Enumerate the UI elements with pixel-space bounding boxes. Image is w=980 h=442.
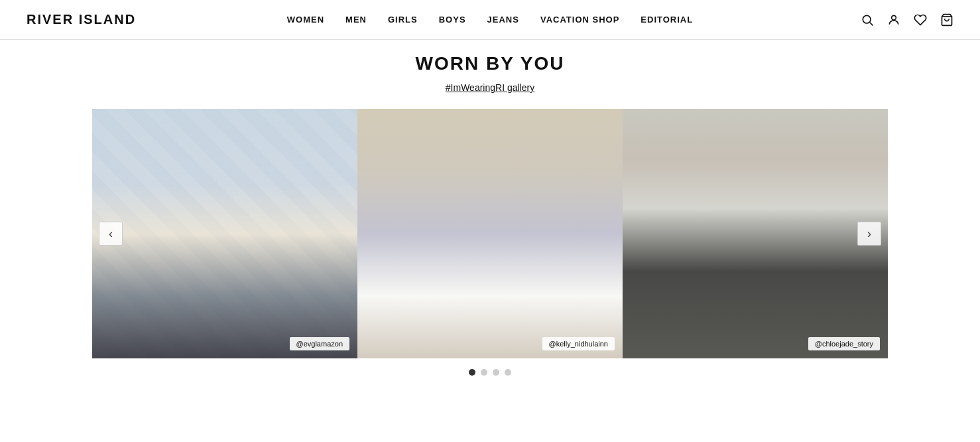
carousel-item: @chloejade_story <box>623 109 888 358</box>
carousel-dot-3[interactable] <box>493 369 499 376</box>
nav-item-women[interactable]: WOMEN <box>287 15 324 25</box>
main-nav: WOMENMENGIRLSBOYSJEANSVACATION SHOPEDITO… <box>287 15 693 25</box>
carousel-image-3 <box>623 109 888 358</box>
section-title: WORN BY YOU <box>416 53 565 74</box>
carousel-dot-4[interactable] <box>505 369 511 376</box>
carousel-item: @kelly_nidhulainn <box>357 109 623 358</box>
carousel-dot-1[interactable] <box>469 369 475 376</box>
main-content: WORN BY YOU #ImWearingRI gallery ‹ @evgl… <box>0 40 980 396</box>
nav-item-boys[interactable]: BOYS <box>439 15 466 25</box>
carousel-item: @evglamazon <box>92 109 357 358</box>
header-icons <box>861 13 953 27</box>
instagram-handle-3: @chloejade_story <box>808 337 880 350</box>
svg-line-1 <box>870 22 873 25</box>
brand-logo[interactable]: RIVER ISLAND <box>27 12 136 27</box>
nav-item-men[interactable]: MEN <box>345 15 367 25</box>
instagram-handle-2: @kelly_nidhulainn <box>542 337 615 350</box>
svg-point-2 <box>892 15 896 20</box>
gallery-link[interactable]: #ImWearingRI gallery <box>446 82 534 93</box>
search-icon[interactable] <box>861 13 874 27</box>
nav-item-editorial[interactable]: EDITORIAL <box>641 15 693 25</box>
nav-item-vacation-shop[interactable]: VACATION SHOP <box>540 15 619 25</box>
instagram-handle-1: @evglamazon <box>290 337 349 350</box>
carousel-next-button[interactable]: › <box>857 222 881 246</box>
header: RIVER ISLAND WOMENMENGIRLSBOYSJEANSVACAT… <box>0 0 980 40</box>
carousel-images: @evglamazon @kelly_nidhulainn @chloejade… <box>92 109 888 358</box>
nav-item-jeans[interactable]: JEANS <box>487 15 519 25</box>
carousel-prev-button[interactable]: ‹ <box>99 222 123 246</box>
carousel-image-2 <box>357 109 623 358</box>
carousel-dot-2[interactable] <box>481 369 487 376</box>
cart-icon[interactable] <box>940 13 953 27</box>
account-icon[interactable] <box>887 13 900 27</box>
carousel-image-1 <box>92 109 357 358</box>
carousel: ‹ @evglamazon @kelly_nidhulainn @chloeja… <box>92 109 888 358</box>
carousel-dots <box>469 369 511 376</box>
svg-point-0 <box>863 15 871 23</box>
wishlist-icon[interactable] <box>914 13 927 27</box>
nav-item-girls[interactable]: GIRLS <box>388 15 418 25</box>
